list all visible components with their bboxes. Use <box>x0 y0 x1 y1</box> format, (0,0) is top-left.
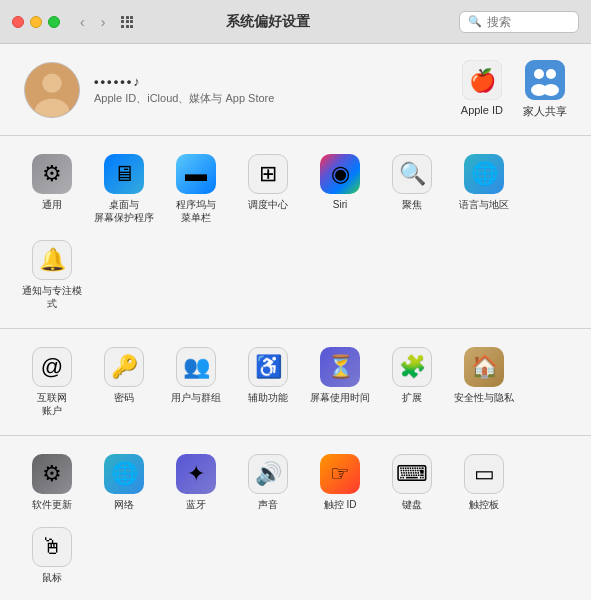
softupdate-label: 软件更新 <box>32 498 72 511</box>
screentime-icon: ⏳ <box>320 347 360 387</box>
softupdate-icon: ⚙ <box>32 454 72 494</box>
minimize-button[interactable] <box>30 16 42 28</box>
network-icon: 🌐 <box>104 454 144 494</box>
pref-item-keyboard[interactable]: ⌨键盘 <box>376 446 448 519</box>
security-icon: 🏠 <box>464 347 504 387</box>
search-box[interactable]: 🔍 <box>459 11 579 33</box>
mouse-icon: 🖱 <box>32 527 72 567</box>
access-icon: ♿ <box>248 347 288 387</box>
notif-icon: 🔔 <box>32 240 72 280</box>
pref-item-spotlight[interactable]: 🔍聚焦 <box>376 146 448 232</box>
touchid-label: 触控 ID <box>324 498 357 511</box>
pref-item-extension[interactable]: 🧩扩展 <box>376 339 448 425</box>
pref-section-section1: ⚙通用🖥桌面与 屏幕保护程序▬程序坞与 菜单栏⊞调度中心◉Siri🔍聚焦🌐语言与… <box>0 136 591 329</box>
pref-item-general[interactable]: ⚙通用 <box>16 146 88 232</box>
svg-point-6 <box>534 69 544 79</box>
trackpad-label: 触控板 <box>469 498 499 511</box>
svg-point-7 <box>546 69 556 79</box>
spotlight-icon: 🔍 <box>392 154 432 194</box>
pref-item-touchid[interactable]: ☞触控 ID <box>304 446 376 519</box>
desktop-label: 桌面与 屏幕保护程序 <box>94 198 154 224</box>
general-icon: ⚙ <box>32 154 72 194</box>
svg-rect-5 <box>525 60 565 100</box>
siri-label: Siri <box>333 198 347 211</box>
pref-item-language[interactable]: 🌐语言与地区 <box>448 146 520 232</box>
pref-item-dock[interactable]: ▬程序坞与 菜单栏 <box>160 146 232 232</box>
window-title: 系统偏好设置 <box>85 13 451 31</box>
preferences-sections: ⚙通用🖥桌面与 屏幕保护程序▬程序坞与 菜单栏⊞调度中心◉Siri🔍聚焦🌐语言与… <box>0 136 591 600</box>
pref-item-desktop[interactable]: 🖥桌面与 屏幕保护程序 <box>88 146 160 232</box>
svg-point-1 <box>42 73 61 92</box>
language-label: 语言与地区 <box>459 198 509 211</box>
apple-id-button[interactable]: 🍎 Apple ID <box>461 60 503 119</box>
search-icon: 🔍 <box>468 15 482 28</box>
mission-icon: ⊞ <box>248 154 288 194</box>
pref-grid-section1: ⚙通用🖥桌面与 屏幕保护程序▬程序坞与 菜单栏⊞调度中心◉Siri🔍聚焦🌐语言与… <box>16 146 575 318</box>
mission-label: 调度中心 <box>248 198 288 211</box>
pref-item-users[interactable]: 👥用户与群组 <box>160 339 232 425</box>
pref-section-section3: ⚙软件更新🌐网络✦蓝牙🔊声音☞触控 ID⌨键盘▭触控板🖱鼠标 <box>0 436 591 600</box>
apple-id-label: Apple ID <box>461 104 503 116</box>
mouse-label: 鼠标 <box>42 571 62 584</box>
language-icon: 🌐 <box>464 154 504 194</box>
users-label: 用户与群组 <box>171 391 221 404</box>
desktop-icon: 🖥 <box>104 154 144 194</box>
security-label: 安全性与隐私 <box>454 391 514 404</box>
access-label: 辅助功能 <box>248 391 288 404</box>
dock-icon: ▬ <box>176 154 216 194</box>
keyboard-icon: ⌨ <box>392 454 432 494</box>
family-sharing-icon <box>525 60 565 100</box>
pref-section-section2: @互联网 账户🔑密码👥用户与群组♿辅助功能⏳屏幕使用时间🧩扩展🏠安全性与隐私 <box>0 329 591 436</box>
traffic-lights <box>12 16 60 28</box>
bluetooth-icon: ✦ <box>176 454 216 494</box>
profile-section: ••••••♪ Apple ID、iCloud、媒体与 App Store 🍎 … <box>0 44 591 136</box>
screentime-label: 屏幕使用时间 <box>310 391 370 404</box>
sound-label: 声音 <box>258 498 278 511</box>
pref-item-mouse[interactable]: 🖱鼠标 <box>16 519 88 592</box>
notif-label: 通知与专注模式 <box>20 284 84 310</box>
apple-id-icon: 🍎 <box>462 60 502 100</box>
bluetooth-label: 蓝牙 <box>186 498 206 511</box>
search-input[interactable] <box>487 15 567 29</box>
extension-icon: 🧩 <box>392 347 432 387</box>
family-sharing-button[interactable]: 家人共享 <box>523 60 567 119</box>
internet-icon: @ <box>32 347 72 387</box>
network-label: 网络 <box>114 498 134 511</box>
pref-item-sound[interactable]: 🔊声音 <box>232 446 304 519</box>
pref-item-internet[interactable]: @互联网 账户 <box>16 339 88 425</box>
siri-icon: ◉ <box>320 154 360 194</box>
close-button[interactable] <box>12 16 24 28</box>
general-label: 通用 <box>42 198 62 211</box>
password-label: 密码 <box>114 391 134 404</box>
extension-label: 扩展 <box>402 391 422 404</box>
pref-item-siri[interactable]: ◉Siri <box>304 146 376 232</box>
fullscreen-button[interactable] <box>48 16 60 28</box>
profile-name: ••••••♪ <box>94 74 274 89</box>
pref-item-softupdate[interactable]: ⚙软件更新 <box>16 446 88 519</box>
pref-item-mission[interactable]: ⊞调度中心 <box>232 146 304 232</box>
avatar <box>24 62 80 118</box>
pref-item-notif[interactable]: 🔔通知与专注模式 <box>16 232 88 318</box>
profile-left[interactable]: ••••••♪ Apple ID、iCloud、媒体与 App Store <box>24 62 274 118</box>
pref-item-password[interactable]: 🔑密码 <box>88 339 160 425</box>
svg-point-9 <box>543 84 559 96</box>
password-icon: 🔑 <box>104 347 144 387</box>
touchid-icon: ☞ <box>320 454 360 494</box>
dock-label: 程序坞与 菜单栏 <box>176 198 216 224</box>
sound-icon: 🔊 <box>248 454 288 494</box>
pref-grid-section3: ⚙软件更新🌐网络✦蓝牙🔊声音☞触控 ID⌨键盘▭触控板🖱鼠标 <box>16 446 575 592</box>
pref-item-trackpad[interactable]: ▭触控板 <box>448 446 520 519</box>
users-icon: 👥 <box>176 347 216 387</box>
profile-subtitle: Apple ID、iCloud、媒体与 App Store <box>94 91 274 106</box>
pref-item-security[interactable]: 🏠安全性与隐私 <box>448 339 520 425</box>
pref-item-bluetooth[interactable]: ✦蓝牙 <box>160 446 232 519</box>
pref-item-screentime[interactable]: ⏳屏幕使用时间 <box>304 339 376 425</box>
svg-text:🍎: 🍎 <box>468 67 496 94</box>
keyboard-label: 键盘 <box>402 498 422 511</box>
titlebar: ‹ › 系统偏好设置 🔍 <box>0 0 591 44</box>
profile-right: 🍎 Apple ID 家人共享 <box>461 60 567 119</box>
profile-info: ••••••♪ Apple ID、iCloud、媒体与 App Store <box>94 74 274 106</box>
pref-item-access[interactable]: ♿辅助功能 <box>232 339 304 425</box>
pref-item-network[interactable]: 🌐网络 <box>88 446 160 519</box>
trackpad-icon: ▭ <box>464 454 504 494</box>
